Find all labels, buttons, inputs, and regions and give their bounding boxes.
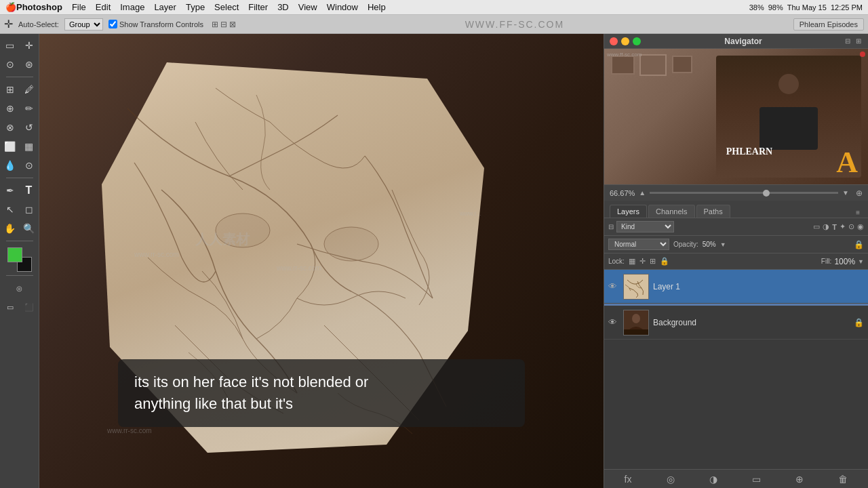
battery-percent: 98% [768, 3, 783, 12]
brush-tool[interactable]: ✏ [20, 100, 38, 117]
zoom-expand-icon[interactable]: ▼ [842, 189, 849, 197]
zoom-tool[interactable]: 🔍 [20, 220, 38, 237]
show-transform-checkbox[interactable] [108, 20, 117, 28]
spot-healing-tool[interactable]: ⊕ [1, 100, 19, 117]
delete-layer-btn[interactable]: 🗑 [835, 472, 851, 486]
filter-pixel-icon[interactable]: ▭ [813, 222, 820, 231]
lock-all-icon[interactable]: 🔒 [660, 257, 669, 266]
menu-3d[interactable]: 3D [277, 2, 289, 12]
menu-filter[interactable]: Filter [248, 2, 268, 12]
align-btn-2[interactable]: ⊟ [220, 20, 227, 29]
align-btn-3[interactable]: ⊠ [229, 20, 236, 29]
move-tool[interactable]: ✛ [20, 37, 38, 54]
filter-toggle[interactable]: ◉ [857, 222, 864, 231]
navigator-collapse-btn[interactable]: ⊟ [844, 37, 852, 45]
filter-adjust-icon[interactable]: ◑ [823, 222, 829, 231]
tab-paths[interactable]: Paths [696, 205, 730, 218]
tab-layers[interactable]: Layers [610, 205, 647, 218]
new-group-btn[interactable]: ▭ [749, 472, 764, 486]
quick-mask-mode-btn[interactable]: ◎ [11, 279, 28, 297]
window-close-btn[interactable] [610, 37, 618, 45]
history-brush-tool[interactable]: ↺ [20, 119, 38, 136]
window-maximize-btn[interactable] [633, 37, 641, 45]
color-swatches[interactable] [7, 247, 32, 272]
zoom-down-icon[interactable]: ▲ [639, 189, 646, 197]
layers-panel: ⊟ Kind Name Effect Mode Attribute Color … [604, 218, 868, 488]
layer-item-background[interactable]: 👁 Background 🔒 [604, 306, 868, 340]
canvas-watermark-right: www.r... [460, 210, 481, 217]
lock-position-icon[interactable]: ✛ [639, 257, 646, 266]
zoom-slider[interactable] [650, 192, 838, 194]
auto-select-dropdown[interactable]: Group Layer [64, 18, 103, 30]
hand-tool[interactable]: ✋ [1, 220, 19, 237]
menu-image[interactable]: Image [120, 2, 144, 12]
quick-select-tool[interactable]: ⊛ [20, 56, 38, 73]
lasso-tool[interactable]: ⊙ [1, 56, 19, 73]
shape-tool[interactable]: ◻ [20, 201, 38, 218]
opacity-value: 50% [703, 241, 716, 248]
zoom-value-label: 66.67% [610, 189, 635, 197]
layer-fx-btn[interactable]: fx [621, 472, 635, 486]
zoom-thumb[interactable] [763, 190, 770, 197]
eyedropper-tool[interactable]: 🖉 [20, 81, 38, 98]
menu-type[interactable]: Type [186, 2, 205, 12]
blur-tool[interactable]: 💧 [1, 157, 19, 174]
menu-edit[interactable]: Edit [96, 2, 111, 12]
filter-type-dropdown[interactable]: Kind Name Effect Mode Attribute Color Sm… [616, 221, 674, 232]
crop-tools: ⊞ 🖉 [1, 81, 38, 98]
zoom-bar: 66.67% ▲ ▼ ⊕ [604, 184, 868, 201]
subtitle-text: its its on her face it's not blended or … [134, 373, 368, 412]
new-fill-layer-btn[interactable]: ◑ [706, 472, 721, 486]
canvas-area[interactable]: www.rr-sc.com www.rr-sc.com www.r... www… [39, 34, 604, 488]
layer-blend-mode-row: Normal Dissolve Multiply Screen Overlay … [604, 236, 868, 253]
tab-channels[interactable]: Channels [648, 205, 694, 218]
apple-menu[interactable]: 🍎 [5, 2, 16, 12]
standard-screen-btn[interactable]: ▭ [1, 298, 19, 316]
background-visibility-toggle[interactable]: 👁 [608, 317, 619, 327]
eraser-tool[interactable]: ⬜ [1, 138, 19, 155]
opacity-arrow[interactable]: ▼ [720, 241, 726, 248]
window-minimize-btn[interactable] [621, 37, 629, 45]
lasso-tools: ⊙ ⊛ [1, 56, 38, 73]
fill-arrow[interactable]: ▼ [858, 258, 864, 265]
wall-frame-2 [639, 54, 667, 76]
zoom-in-icon[interactable]: ⊕ [856, 188, 863, 198]
full-screen-btn[interactable]: ⬛ [20, 298, 38, 316]
panel-name-label: Phlearn Episodes [793, 18, 864, 30]
menu-window[interactable]: Window [327, 2, 358, 12]
move-tool-icon[interactable]: ✛ [4, 18, 13, 30]
clone-stamp-tool[interactable]: ⊗ [1, 119, 19, 136]
filter-shape-icon[interactable]: ✦ [840, 222, 846, 231]
menu-file[interactable]: File [72, 2, 86, 12]
pen-tool[interactable]: ✒ [1, 182, 19, 199]
lock-all-icon[interactable]: 🔒 [854, 240, 864, 249]
chinese-watermark: 人人素材 [195, 230, 250, 249]
options-toolbar: ✛ Auto-Select: Group Layer Show Transfor… [0, 15, 868, 34]
dodge-tool[interactable]: ⊙ [20, 157, 38, 174]
blend-mode-dropdown[interactable]: Normal Dissolve Multiply Screen Overlay [608, 239, 669, 250]
menu-select[interactable]: Select [214, 2, 239, 12]
menu-help[interactable]: Help [368, 2, 386, 12]
text-tool[interactable]: T [20, 182, 38, 199]
menu-layer[interactable]: Layer [154, 2, 176, 12]
new-layer-btn[interactable]: ⊕ [792, 472, 807, 486]
crop-tool[interactable]: ⊞ [1, 81, 19, 98]
foreground-color-swatch[interactable] [7, 247, 22, 262]
gradient-tool[interactable]: ▦ [20, 138, 38, 155]
align-btn-1[interactable]: ⊞ [212, 20, 218, 29]
lock-pixels-icon[interactable]: ▦ [629, 257, 635, 266]
panel-menu-btn[interactable]: ≡ [853, 207, 863, 218]
filter-smart-icon[interactable]: ⊙ [848, 222, 854, 231]
big-a-letter: A [836, 148, 858, 178]
filter-text-icon[interactable]: T [832, 223, 837, 231]
path-selection-tool[interactable]: ↖ [1, 201, 19, 218]
rectangular-marquee-tool[interactable]: ▭ [1, 37, 19, 54]
navigator-expand-btn[interactable]: ⊞ [854, 37, 863, 45]
url-watermark: WWW.FF-SC.COM [241, 19, 788, 30]
layer-item-layer1[interactable]: 👁 Layer 1 [604, 270, 868, 304]
menu-view[interactable]: View [298, 2, 317, 12]
show-transform-label[interactable]: Show Transform Controls [108, 20, 203, 28]
add-mask-btn[interactable]: ◎ [663, 472, 678, 486]
layer1-visibility-toggle[interactable]: 👁 [608, 281, 619, 291]
lock-artboards-icon[interactable]: ⊞ [650, 257, 656, 266]
